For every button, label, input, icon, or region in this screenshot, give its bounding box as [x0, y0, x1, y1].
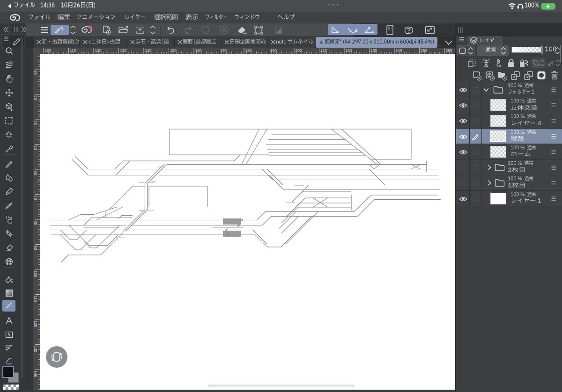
svg-text:140: 140	[145, 48, 152, 53]
svg-text:150: 150	[170, 48, 177, 53]
svg-text:130: 130	[120, 48, 126, 53]
svg-text:20: 20	[33, 71, 38, 75]
svg-text:110: 110	[33, 296, 38, 302]
svg-text:70: 70	[33, 196, 38, 200]
svg-text:100: 100	[33, 271, 38, 277]
svg-text:120: 120	[33, 321, 38, 327]
svg-text:40: 40	[33, 121, 38, 125]
svg-text:250: 250	[421, 48, 427, 53]
svg-text:80: 80	[33, 221, 38, 225]
svg-text:50: 50	[33, 145, 38, 150]
svg-text:210: 210	[320, 48, 327, 53]
svg-text:260: 260	[446, 48, 452, 53]
svg-text:110: 110	[70, 48, 76, 53]
svg-text:200: 200	[296, 48, 302, 53]
svg-text:60: 60	[33, 171, 38, 175]
svg-text:220: 220	[346, 48, 352, 53]
svg-text:100: 100	[45, 48, 52, 53]
svg-text:120: 120	[95, 48, 102, 53]
svg-text:130: 130	[33, 346, 38, 352]
svg-text:140: 140	[33, 371, 38, 377]
svg-text:190: 190	[270, 48, 277, 53]
svg-text:180: 180	[245, 48, 252, 53]
svg-text:30: 30	[33, 95, 38, 100]
svg-text:90: 90	[33, 246, 38, 250]
svg-text:170: 170	[220, 48, 227, 53]
svg-text:160: 160	[195, 48, 202, 53]
svg-text:240: 240	[396, 48, 402, 53]
svg-text:230: 230	[370, 48, 377, 53]
